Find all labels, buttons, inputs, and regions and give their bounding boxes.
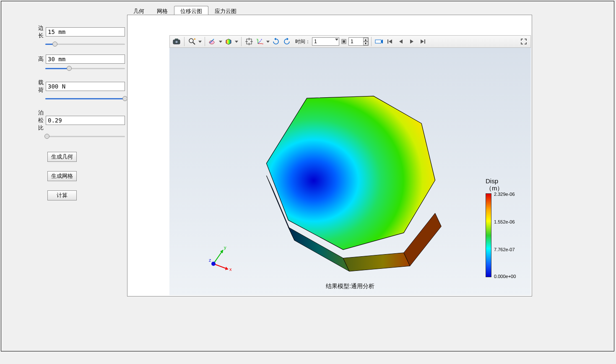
animation-icon[interactable] <box>374 36 384 47</box>
svg-text:y: y <box>257 38 258 40</box>
last-frame-icon[interactable] <box>418 36 428 47</box>
frame-down[interactable]: ▼ <box>363 42 368 45</box>
param-label-sidelen: 边长 <box>37 24 44 39</box>
svg-marker-32 <box>389 39 392 44</box>
svg-marker-11 <box>235 41 238 43</box>
app-frame: 边长 高 载荷 泊松比 <box>1 1 614 351</box>
svg-rect-1 <box>175 39 178 40</box>
load-input[interactable] <box>46 82 125 91</box>
clip-plane-dropdown[interactable] <box>218 36 223 47</box>
svg-marker-6 <box>198 41 202 43</box>
sidelen-input[interactable] <box>46 27 125 36</box>
svg-line-4 <box>193 42 195 44</box>
prev-frame-icon[interactable] <box>396 36 406 47</box>
axes-view-icon[interactable]: xyz <box>255 36 265 47</box>
svg-text:x: x <box>229 267 232 272</box>
param-row-poisson: 泊松比 <box>37 109 125 132</box>
height-slider[interactable] <box>45 65 125 71</box>
svg-rect-28 <box>343 40 345 43</box>
legend-max: 2.329e-06 <box>494 192 515 197</box>
legend-tick-1: 1.552e-06 <box>494 219 515 224</box>
zoom-icon[interactable]: ✦ <box>187 36 197 47</box>
play-icon[interactable] <box>407 36 417 47</box>
camera-icon[interactable] <box>172 36 182 47</box>
poisson-input[interactable] <box>46 116 125 125</box>
first-frame-icon[interactable] <box>385 36 395 47</box>
param-row-load: 载荷 <box>37 79 125 94</box>
3d-viewport[interactable]: x y z Disp（m） 2.329e-06 1.552e-06 7.762e… <box>169 48 531 295</box>
param-label-height: 高 <box>37 55 44 63</box>
fit-view-icon[interactable] <box>244 36 254 47</box>
viewport-toolbar: ✦ xyz 时间 <box>169 35 531 48</box>
compute-button[interactable]: 计算 <box>47 190 77 200</box>
height-input[interactable] <box>46 55 125 64</box>
action-buttons: 生成几何 生成网格 计算 <box>47 152 125 200</box>
legend-tick-2: 7.762e-07 <box>494 247 515 252</box>
color-legend: Disp（m） 2.329e-06 1.552e-06 7.762e-07 0.… <box>486 178 523 277</box>
generate-mesh-button[interactable]: 生成网格 <box>47 171 77 181</box>
view-area: ✦ xyz 时间 <box>127 15 532 296</box>
svg-marker-24 <box>274 38 276 40</box>
render-style-dropdown[interactable] <box>234 36 239 47</box>
svg-text:y: y <box>224 245 226 250</box>
time-select[interactable] <box>312 37 339 46</box>
rotate-cw-icon[interactable] <box>271 36 281 47</box>
svg-marker-39 <box>343 253 410 271</box>
svg-marker-41 <box>266 96 435 250</box>
svg-rect-29 <box>375 40 381 43</box>
rotate-ccw-icon[interactable] <box>282 36 292 47</box>
legend-min: 0.000e+00 <box>494 274 516 279</box>
svg-point-2 <box>175 41 178 44</box>
param-label-poisson: 泊松比 <box>37 109 44 132</box>
parameter-panel: 边长 高 载荷 泊松比 <box>37 24 125 210</box>
result-model-label: 结果模型:通用分析 <box>326 283 374 290</box>
svg-text:z: z <box>261 38 262 41</box>
param-row-sidelen: 边长 <box>37 24 125 39</box>
svg-text:z: z <box>209 257 211 263</box>
legend-title: Disp（m） <box>486 178 523 192</box>
render-style-icon[interactable] <box>224 36 234 47</box>
svg-marker-35 <box>421 39 424 44</box>
svg-marker-34 <box>410 39 413 44</box>
load-slider[interactable] <box>45 96 125 101</box>
coordinate-triad-icon: x y z <box>205 241 239 274</box>
svg-point-48 <box>211 262 216 266</box>
svg-marker-23 <box>266 41 270 43</box>
param-row-height: 高 <box>37 55 125 64</box>
svg-point-3 <box>189 39 193 43</box>
stop-icon[interactable] <box>340 36 348 47</box>
time-label: 时间： <box>295 38 310 45</box>
svg-text:x: x <box>262 42 263 45</box>
axes-view-dropdown[interactable] <box>266 36 270 47</box>
sidelen-slider[interactable] <box>45 41 125 47</box>
generate-geometry-button[interactable]: 生成几何 <box>47 152 77 162</box>
svg-line-19 <box>258 41 261 44</box>
legend-colorbar <box>486 193 491 277</box>
poisson-slider[interactable] <box>45 133 125 139</box>
svg-marker-43 <box>225 267 228 270</box>
clip-plane-icon[interactable] <box>208 36 218 47</box>
param-label-load: 载荷 <box>37 79 44 94</box>
svg-rect-36 <box>424 39 425 44</box>
svg-marker-30 <box>381 39 383 44</box>
zoom-dropdown[interactable] <box>198 36 202 47</box>
svg-marker-33 <box>399 39 403 44</box>
svg-marker-25 <box>287 38 289 40</box>
svg-marker-9 <box>219 41 222 43</box>
frame-up[interactable]: ▲ <box>363 38 368 42</box>
fullscreen-icon[interactable] <box>519 36 529 47</box>
svg-marker-10 <box>226 39 231 44</box>
svg-text:✦: ✦ <box>193 38 196 41</box>
svg-rect-31 <box>387 39 388 44</box>
